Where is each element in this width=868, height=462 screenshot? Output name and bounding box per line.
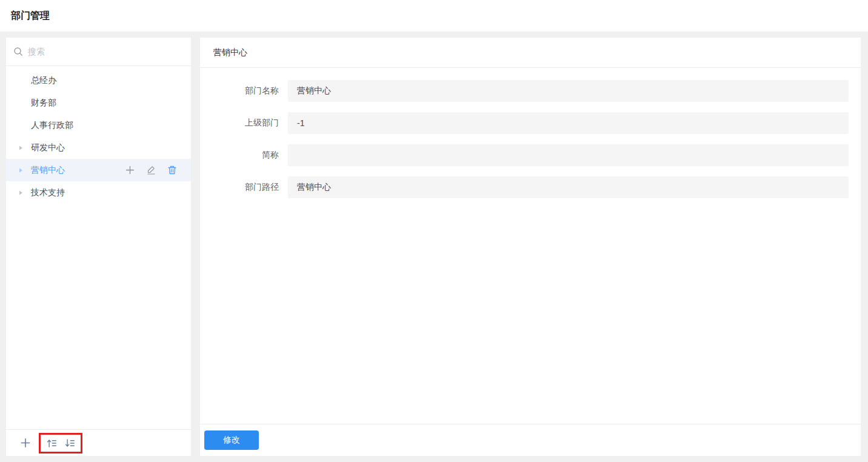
tree-item-label: 人事行政部	[31, 120, 178, 131]
form-row: 部门路径	[200, 176, 861, 198]
tree-item-actions	[124, 165, 178, 176]
sidebar-footer	[6, 429, 191, 456]
sort-ascending-icon[interactable]	[46, 438, 57, 449]
page-title: 部门管理	[11, 10, 50, 22]
department-path-label: 部门路径	[200, 182, 279, 193]
form-footer: 修改	[200, 424, 861, 456]
add-root-department-icon[interactable]	[20, 438, 31, 449]
department-detail-panel: 营销中心 部门名称 上级部门 简称 部门路径 修改	[200, 38, 861, 456]
edit-pencil-icon[interactable]	[145, 165, 156, 176]
form-row: 部门名称	[200, 80, 861, 102]
caret-right-icon	[16, 99, 25, 107]
form-row: 简称	[200, 144, 861, 166]
short-name-label: 简称	[200, 150, 279, 161]
tree-item-jishuzhichi[interactable]: 技术支持	[6, 181, 191, 204]
detail-header: 营销中心	[200, 38, 861, 68]
detail-title: 营销中心	[213, 47, 247, 58]
tree-item-yanfazhongxin[interactable]: 研发中心	[6, 136, 191, 159]
add-child-icon[interactable]	[124, 165, 135, 176]
department-path-input[interactable]	[288, 176, 849, 198]
tree-item-caiwubu[interactable]: 财务部	[6, 92, 191, 114]
tree-item-label: 技术支持	[31, 187, 178, 198]
annotation-highlight-box	[39, 433, 82, 454]
search-input[interactable]	[28, 47, 184, 56]
department-name-label: 部门名称	[200, 85, 279, 96]
form-row: 上级部门	[200, 112, 861, 134]
tree-item-yingxiaozhongxin-selected[interactable]: 营销中心	[6, 159, 191, 181]
expand-caret-icon[interactable]	[16, 166, 25, 175]
tree-item-label: 研发中心	[31, 142, 178, 153]
tree-item-label: 营销中心	[31, 165, 124, 176]
department-form: 部门名称 上级部门 简称 部门路径	[200, 68, 861, 424]
expand-caret-icon[interactable]	[16, 144, 25, 152]
tree-item-renshixingzhengbu[interactable]: 人事行政部	[6, 114, 191, 136]
department-name-input[interactable]	[288, 80, 849, 102]
app-header: 部门管理	[0, 0, 868, 32]
modify-button[interactable]: 修改	[204, 430, 259, 450]
search-bar	[6, 38, 191, 66]
caret-right-icon	[16, 76, 25, 85]
department-tree: 总经办 财务部 人事行政部 研发中心 营销中心	[6, 66, 191, 429]
tree-item-label: 总经办	[31, 75, 178, 86]
parent-department-label: 上级部门	[200, 118, 279, 129]
parent-department-input[interactable]	[288, 112, 849, 134]
expand-caret-icon[interactable]	[16, 189, 25, 197]
caret-right-icon	[16, 121, 25, 130]
tree-item-label: 财务部	[31, 98, 178, 109]
tree-item-zongjingban[interactable]: 总经办	[6, 69, 191, 92]
search-icon	[13, 47, 23, 56]
delete-trash-icon[interactable]	[167, 165, 178, 176]
sort-descending-icon[interactable]	[64, 438, 75, 449]
department-sidebar: 总经办 财务部 人事行政部 研发中心 营销中心	[6, 38, 191, 456]
short-name-input[interactable]	[288, 144, 849, 166]
